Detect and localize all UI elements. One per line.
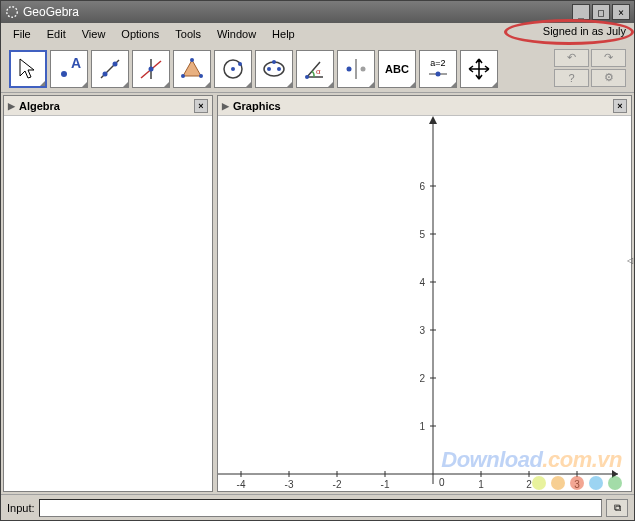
menubar: File Edit View Options Tools Window Help… xyxy=(1,23,634,45)
menu-window[interactable]: Window xyxy=(209,25,264,43)
algebra-header: ▶ Algebra × xyxy=(4,96,212,116)
help-button[interactable]: ? xyxy=(554,69,589,87)
menu-options[interactable]: Options xyxy=(113,25,167,43)
app-window: GeoGebra _ □ × File Edit View Options To… xyxy=(0,0,635,521)
chevron-down-icon xyxy=(164,82,169,87)
svg-text:3: 3 xyxy=(419,325,425,336)
chevron-down-icon xyxy=(246,82,251,87)
circle-tool[interactable] xyxy=(214,50,252,88)
close-button[interactable]: × xyxy=(612,4,630,20)
chevron-down-icon xyxy=(82,82,87,87)
menu-file[interactable]: File xyxy=(5,25,39,43)
toolbar-right: ↶ ↷ ? ⚙ xyxy=(554,49,626,89)
svg-marker-28 xyxy=(612,470,618,478)
svg-text:2: 2 xyxy=(526,479,532,490)
graph-canvas[interactable]: -4-3-2-10123123456 xyxy=(218,116,631,491)
reflect-tool[interactable] xyxy=(337,50,375,88)
svg-text:2: 2 xyxy=(419,373,425,384)
reflect-icon xyxy=(343,56,369,82)
svg-text:-3: -3 xyxy=(285,479,294,490)
menu-tools[interactable]: Tools xyxy=(167,25,209,43)
input-bar: Input: ⧉ xyxy=(1,494,634,520)
svg-point-0 xyxy=(7,7,18,18)
svg-point-23 xyxy=(347,66,352,71)
svg-point-15 xyxy=(238,62,242,66)
expand-icon[interactable]: ▶ xyxy=(8,101,15,111)
slider-tool[interactable]: a=2 xyxy=(419,50,457,88)
svg-point-20 xyxy=(305,75,309,79)
text-tool[interactable]: ABC xyxy=(378,50,416,88)
app-icon xyxy=(5,5,19,19)
toolbar: A α ABC xyxy=(1,45,634,93)
svg-text:4: 4 xyxy=(419,277,425,288)
point-tool[interactable]: A xyxy=(50,50,88,88)
svg-text:1: 1 xyxy=(419,421,425,432)
svg-text:6: 6 xyxy=(419,181,425,192)
algebra-close-button[interactable]: × xyxy=(194,99,208,113)
svg-text:-1: -1 xyxy=(381,479,390,490)
menu-edit[interactable]: Edit xyxy=(39,25,74,43)
graphics-body[interactable]: -4-3-2-10123123456 xyxy=(218,116,631,491)
angle-icon: α xyxy=(302,56,328,82)
settings-button[interactable]: ⚙ xyxy=(591,69,626,87)
svg-point-1 xyxy=(61,71,67,77)
perpendicular-tool[interactable] xyxy=(132,50,170,88)
svg-point-17 xyxy=(267,67,271,71)
circle-icon xyxy=(220,56,246,82)
chevron-down-icon xyxy=(123,82,128,87)
polygon-tool[interactable] xyxy=(173,50,211,88)
svg-text:A: A xyxy=(71,56,81,71)
ellipse-tool[interactable] xyxy=(255,50,293,88)
graphics-close-button[interactable]: × xyxy=(613,99,627,113)
maximize-button[interactable]: □ xyxy=(592,4,610,20)
svg-point-24 xyxy=(361,66,366,71)
window-controls: _ □ × xyxy=(572,4,630,20)
svg-text:-2: -2 xyxy=(333,479,342,490)
main-area: ▶ Algebra × ▶ Graphics × -4-3-2-10123123… xyxy=(1,93,634,494)
chevron-down-icon xyxy=(492,82,497,87)
redo-button[interactable]: ↷ xyxy=(591,49,626,67)
angle-tool[interactable]: α xyxy=(296,50,334,88)
svg-point-12 xyxy=(181,74,185,78)
svg-point-18 xyxy=(277,67,281,71)
svg-text:0: 0 xyxy=(439,477,445,488)
text-icon: ABC xyxy=(385,63,409,75)
svg-point-11 xyxy=(199,74,203,78)
polygon-icon xyxy=(179,56,205,82)
algebra-title: Algebra xyxy=(19,100,60,112)
svg-text:-4: -4 xyxy=(237,479,246,490)
algebra-panel: ▶ Algebra × xyxy=(3,95,213,492)
algebra-body[interactable] xyxy=(4,116,212,491)
line-tool[interactable] xyxy=(91,50,129,88)
svg-point-26 xyxy=(436,71,441,76)
svg-point-4 xyxy=(103,71,108,76)
side-expand-handle[interactable]: ◁ xyxy=(626,251,634,271)
svg-point-10 xyxy=(190,58,194,62)
input-label: Input: xyxy=(7,502,35,514)
svg-point-14 xyxy=(231,67,235,71)
menu-view[interactable]: View xyxy=(74,25,114,43)
chevron-down-icon xyxy=(287,82,292,87)
svg-text:5: 5 xyxy=(419,229,425,240)
graphics-title: Graphics xyxy=(233,100,281,112)
move-tool[interactable] xyxy=(9,50,47,88)
input-field[interactable] xyxy=(39,499,602,517)
chevron-down-icon xyxy=(410,82,415,87)
graphics-header: ▶ Graphics × xyxy=(218,96,631,116)
chevron-down-icon xyxy=(369,82,374,87)
move-graphics-tool[interactable] xyxy=(460,50,498,88)
input-helper-button[interactable]: ⧉ xyxy=(606,499,628,517)
undo-button[interactable]: ↶ xyxy=(554,49,589,67)
point-icon: A xyxy=(56,56,82,82)
svg-point-5 xyxy=(113,61,118,66)
signed-in-label[interactable]: Signed in as July xyxy=(543,25,626,37)
minimize-button[interactable]: _ xyxy=(572,4,590,20)
chevron-down-icon xyxy=(40,81,45,86)
ellipse-icon xyxy=(261,56,287,82)
expand-icon[interactable]: ▶ xyxy=(222,101,229,111)
graphics-panel: ▶ Graphics × -4-3-2-10123123456 xyxy=(217,95,632,492)
cursor-icon xyxy=(15,56,41,82)
svg-marker-30 xyxy=(429,116,437,124)
menu-help[interactable]: Help xyxy=(264,25,303,43)
svg-text:α: α xyxy=(316,67,321,76)
